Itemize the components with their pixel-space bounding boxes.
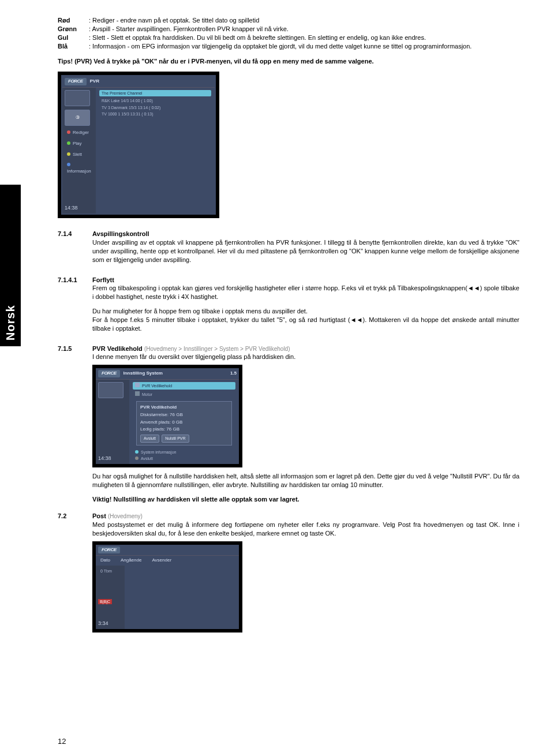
tab-label: Avsender <box>152 557 171 564</box>
section-number: 7.1.4.1 <box>58 276 92 339</box>
section-text: Du har muligheter for å hoppe frem og ti… <box>92 307 519 316</box>
screenshot-sidebar: ③ Rediger Play Slett Informasjon 14:38 <box>62 88 96 214</box>
section-number: 7.1.5 <box>58 345 92 510</box>
section-text: For å hoppe f.eks 5 minutter tilbake i o… <box>92 316 519 333</box>
screenshot-title: Innstilling System <box>123 370 163 377</box>
color-text: : Informasjon - om EPG informasjon var t… <box>89 42 519 51</box>
color-text: : Avspill - Starter avspillingen. Fjernk… <box>89 25 519 33</box>
bbc-logo: B|B|C <box>98 599 112 604</box>
color-text: : Slett - Slett et opptak fra harddisken… <box>89 33 519 42</box>
screenshot-pvr-menu: FORCE PVR ③ Rediger Play Slett Informasj… <box>58 72 219 218</box>
screenshot-main <box>125 566 239 629</box>
thumbnail-image: ③ <box>65 110 90 126</box>
button: Avslutt <box>140 435 159 442</box>
list-row-selected: PVR Vedlikehold <box>133 382 235 389</box>
info-icon <box>135 450 138 454</box>
color-row-yellow: Gul : Slett - Slett et opptak fra harddi… <box>58 33 519 42</box>
section-number: 7.1.4 <box>58 230 92 270</box>
time-label: 14:38 <box>65 200 93 211</box>
breadcrumb: (Hovedmeny > Innstillinger > System > PV… <box>144 346 290 352</box>
page-content: Rød : Rediger - endre navn på et opptak.… <box>0 0 554 654</box>
list-row: TV 1000 1 15/3 13:31 ( 0:13) <box>99 111 211 117</box>
screenshot-main: PVR Vedlikehold Motor PVR Vedlikehold Di… <box>129 380 239 464</box>
menu-item: Rediger <box>65 129 93 137</box>
button: Nulstil PVR <box>162 435 189 442</box>
exit-icon <box>135 456 138 460</box>
list-row: Motor <box>133 391 235 398</box>
color-label: Rød <box>58 16 89 25</box>
blue-bullet-icon <box>67 163 70 166</box>
red-bullet-icon <box>67 130 70 134</box>
thumbnail-image <box>65 90 90 106</box>
panel-row: Diskstørrelse: 76 GB <box>140 411 228 419</box>
menu-item: Informasjon <box>65 162 93 175</box>
screenshot-post: FORCE Dato Angående Avsender 0 Tbm B|B|C… <box>92 541 242 633</box>
breadcrumb: (Hovedmeny) <box>108 513 143 519</box>
brand-logo: FORCE <box>98 547 120 554</box>
yellow-bullet-icon <box>67 152 70 156</box>
header-number: 1.5 <box>230 370 237 377</box>
section-text: Under avspilling av et opptak vil knappe… <box>92 238 519 264</box>
color-row-blue: Blå : Informasjon - om EPG informasjon v… <box>58 42 519 51</box>
color-row-green: Grønn : Avspill - Starter avspillingen. … <box>58 25 519 33</box>
color-label: Gul <box>58 33 89 42</box>
side-label: 0 Tbm <box>98 568 122 574</box>
section-text: Med postsystemet er det mulig å informer… <box>92 521 519 538</box>
info-panel: PVR Vedlikehold Diskstørrelse: 76 GB Anv… <box>136 401 232 446</box>
menu-item: Slett <box>65 151 93 159</box>
list-row: Avslutt <box>133 455 235 462</box>
panel-row: Ledig plads: 76 GB <box>140 426 228 433</box>
green-bullet-icon <box>67 141 70 145</box>
panel-title: PVR Vedlikehold <box>140 404 228 411</box>
screenshot-header: FORCE PVR <box>62 76 215 88</box>
color-row-red: Rød : Rediger - endre navn på et opptak.… <box>58 16 519 25</box>
screenshot-header: FORCE Innstilling System 1.5 <box>96 368 239 380</box>
color-key-list: Rød : Rediger - endre navn på et opptak.… <box>58 16 519 50</box>
section-7-2: 7.2 Post (Hovedmeny) Med postsystemet er… <box>58 512 519 637</box>
section-text: Du har også mulighet for å nullstille ha… <box>92 472 519 489</box>
list-row: System informasjon <box>133 449 235 455</box>
section-number: 7.2 <box>58 512 92 637</box>
section-7-1-4: 7.1.4 Avspillingskontroll Under avspilli… <box>58 230 519 270</box>
color-label: Blå <box>58 42 89 51</box>
tips-text: Tips! (PVR) Ved å trykke på "OK" når du … <box>58 57 519 66</box>
menu-item: Play <box>65 140 93 148</box>
section-text: I denne menyen får du oversikt over tilg… <box>92 353 519 361</box>
time-label: 3:34 <box>98 615 122 627</box>
color-text: : Rediger - endre navn på et opptak. Se … <box>89 16 519 25</box>
thumbnail-image <box>98 382 123 398</box>
panel-row: Anvendt plads: 0 GB <box>140 419 228 426</box>
list-row: R&K Lake 14/3 14:00 ( 1:00) <box>99 98 211 104</box>
tab-label: Dato <box>100 557 110 564</box>
brand-logo: FORCE <box>65 78 87 85</box>
section-7-1-4-1: 7.1.4.1 Forflytt Frem og tilbakespoling … <box>58 276 519 339</box>
screenshot-main: The Premiere Channel R&K Lake 14/3 14:00… <box>96 88 215 214</box>
tab-header: Dato Angående Avsender <box>96 556 239 566</box>
section-title: Forflytt <box>92 276 114 283</box>
time-label: 14:38 <box>98 450 127 462</box>
screenshot-header: FORCE <box>96 545 239 556</box>
language-tab: Norsk <box>0 185 21 346</box>
section-text: Frem og tilbakespoling i opptak kan gjør… <box>92 284 519 301</box>
brand-logo: FORCE <box>98 370 120 377</box>
color-label: Grønn <box>58 25 89 33</box>
section-7-1-5: 7.1.5 PVR Vedlikehold (Hovedmeny > Innst… <box>58 345 519 510</box>
screenshot-sidebar: 14:38 <box>96 380 129 464</box>
section-title: PVR Vedlikehold <box>92 345 143 352</box>
list-row-selected: The Premiere Channel <box>99 90 211 96</box>
screenshot-sidebar: 0 Tbm B|B|C 3:34 <box>96 566 125 629</box>
screenshot-pvr-maintenance: FORCE Innstilling System 1.5 14:38 PVR V… <box>92 365 242 467</box>
section-title: Post <box>92 512 106 519</box>
tab-label: Angående <box>121 557 141 564</box>
page-number: 12 <box>58 736 66 747</box>
section-title: Avspillingskontroll <box>92 230 149 237</box>
screenshot-title: PVR <box>90 78 99 85</box>
important-text: Viktig! Nullstilling av harddisken vil s… <box>92 495 519 504</box>
list-row: TV 3 Danmark 15/3 13:14 ( 0:02) <box>99 104 211 111</box>
